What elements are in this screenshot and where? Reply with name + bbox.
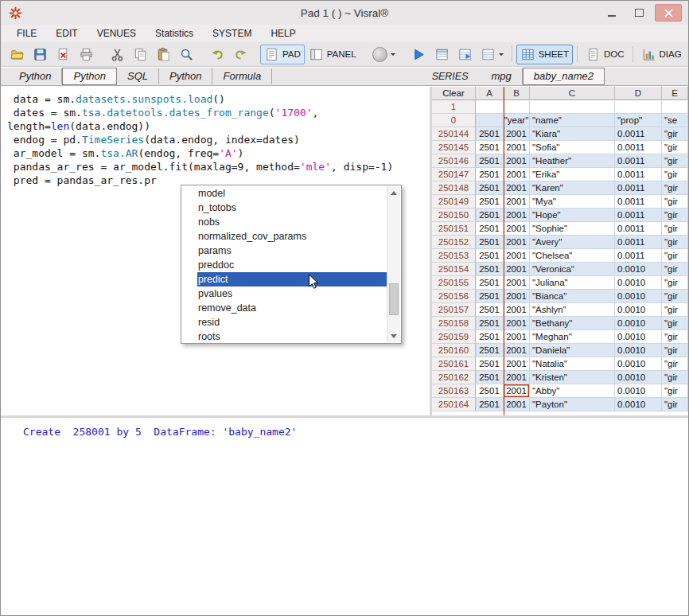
cell-b[interactable]: 2001	[504, 384, 530, 398]
save-button[interactable]	[29, 45, 52, 64]
cell-b[interactable]: 2001	[504, 303, 530, 317]
cell-a[interactable]: 2501	[476, 276, 504, 290]
cell-a[interactable]: 2501	[476, 344, 504, 357]
autocomplete-item-roots[interactable]: roots	[182, 329, 387, 342]
row-number[interactable]: 250162	[432, 371, 476, 384]
sheet-view-button[interactable]: SHEET	[516, 45, 573, 64]
cell-d[interactable]: 0.0011	[615, 209, 662, 222]
maximize-button[interactable]	[628, 5, 650, 21]
cell-d[interactable]: 0.0011	[615, 127, 662, 141]
row-number[interactable]: 250160	[432, 344, 476, 357]
cell-d[interactable]: 0.0010	[615, 303, 662, 317]
autocomplete-item-predict[interactable]: predict	[197, 272, 387, 287]
cell-e[interactable]: "gir	[662, 209, 688, 222]
cell-e[interactable]	[662, 100, 688, 114]
cell-a[interactable]: 2501	[476, 384, 504, 398]
autocomplete-item-pvalues[interactable]: pvalues	[182, 287, 387, 301]
cell-d[interactable]	[615, 100, 662, 114]
row-number[interactable]: 250163	[432, 384, 476, 398]
cell-b[interactable]: 2001	[504, 249, 530, 263]
row-number[interactable]: 250151	[432, 222, 476, 236]
autocomplete-item-params[interactable]: params	[182, 244, 387, 258]
cell-c[interactable]: "Payton"	[530, 398, 615, 411]
clear-button[interactable]: Clear	[432, 87, 476, 100]
cell-e[interactable]: "gir	[662, 303, 688, 317]
cell-c[interactable]: "name"	[530, 114, 615, 127]
cell-e[interactable]: "gir	[662, 263, 688, 276]
copy-button[interactable]	[129, 45, 152, 64]
cell-e[interactable]: "gir	[662, 154, 688, 168]
cell-b[interactable]: 2001	[504, 290, 530, 303]
mode-circle-button[interactable]	[368, 45, 399, 64]
cell-d[interactable]: 0.0010	[615, 290, 662, 303]
cell-e[interactable]: "gir	[662, 357, 688, 371]
redo-button[interactable]	[229, 45, 252, 64]
column-header-d[interactable]: D	[615, 87, 662, 100]
cell-b[interactable]	[504, 100, 530, 114]
row-number[interactable]: 250161	[432, 357, 476, 371]
cell-c[interactable]: "Mya"	[530, 195, 615, 209]
cell-a[interactable]: 2501	[476, 141, 504, 154]
cell-c[interactable]	[530, 100, 615, 114]
row-number[interactable]: 250157	[432, 303, 476, 317]
cell-c[interactable]: "Kiara"	[530, 127, 615, 141]
cell-b[interactable]: 2001	[504, 154, 530, 168]
tab-mpg[interactable]: mpg	[481, 68, 523, 84]
cell-a[interactable]: 2501	[476, 209, 504, 222]
autocomplete-item-remove_data[interactable]: remove_data	[182, 301, 387, 315]
search-button[interactable]	[175, 45, 198, 64]
row-number[interactable]: 250153	[432, 249, 476, 263]
run-button[interactable]	[407, 45, 430, 64]
tab-baby_name2[interactable]: baby_name2	[523, 68, 605, 85]
scroll-up-button[interactable]	[387, 186, 400, 199]
cell-e[interactable]: "gir	[662, 317, 688, 330]
cell-e[interactable]: "gir	[662, 222, 688, 236]
cell-d[interactable]: 0.0011	[615, 236, 662, 249]
cell-b[interactable]: 2001	[504, 263, 530, 276]
cell-c[interactable]: "Karen"	[530, 181, 615, 195]
pad-button[interactable]: PAD	[260, 45, 305, 64]
cell-a[interactable]: 2501	[476, 317, 504, 330]
row-number[interactable]: 250152	[432, 236, 476, 249]
cell-a[interactable]: 2501	[476, 154, 504, 168]
paste-button[interactable]	[152, 45, 175, 64]
cell-b[interactable]: 2001	[504, 127, 530, 141]
cell-c[interactable]: "Veronica"	[530, 263, 615, 276]
autocomplete-item-n_totobs[interactable]: n_totobs	[182, 201, 387, 215]
new-button[interactable]	[6, 45, 29, 64]
cell-c[interactable]: "Sophie"	[530, 222, 615, 236]
cell-d[interactable]: 0.0010	[615, 276, 662, 290]
cell-e[interactable]: "gir	[662, 344, 688, 357]
panel-button[interactable]: PANEL	[305, 45, 360, 64]
tab-python[interactable]: Python	[62, 68, 116, 85]
row-number[interactable]: 1	[432, 100, 476, 114]
cell-e[interactable]: "gir	[662, 127, 688, 141]
scroll-down-button[interactable]	[387, 329, 400, 342]
row-number[interactable]: 250148	[432, 181, 476, 195]
column-header-c[interactable]: C	[530, 87, 615, 100]
cell-a[interactable]: 2501	[476, 330, 504, 344]
undo-button[interactable]	[206, 45, 229, 64]
cell-a[interactable]: 2501	[476, 357, 504, 371]
row-number[interactable]: 250155	[432, 276, 476, 290]
cell-d[interactable]: 0.0011	[615, 141, 662, 154]
cell-c[interactable]: "Natalia"	[530, 357, 615, 371]
cell-b[interactable]: 2001	[504, 330, 530, 344]
cell-c[interactable]: "Abby"	[530, 384, 615, 398]
cell-b[interactable]: 2001	[504, 371, 530, 384]
autocomplete-item-preddoc[interactable]: preddoc	[182, 258, 387, 272]
print-button[interactable]	[75, 45, 98, 64]
row-number[interactable]: 250146	[432, 154, 476, 168]
cell-d[interactable]: 0.0010	[615, 263, 662, 276]
menu-item-file[interactable]: FILE	[7, 25, 46, 42]
cell-d[interactable]: 0.0010	[615, 317, 662, 330]
row-number[interactable]: 250147	[432, 168, 476, 181]
cell-d[interactable]: 0.0010	[615, 384, 662, 398]
cell-a[interactable]: 2501	[476, 127, 504, 141]
autocomplete-item-resid[interactable]: resid	[182, 315, 387, 329]
row-number[interactable]: 250149	[432, 195, 476, 209]
cell-b[interactable]: 2001	[504, 344, 530, 357]
cell-e[interactable]: "gir	[662, 371, 688, 384]
cell-d[interactable]: 0.0011	[615, 154, 662, 168]
cell-b[interactable]: "year"	[504, 114, 530, 127]
